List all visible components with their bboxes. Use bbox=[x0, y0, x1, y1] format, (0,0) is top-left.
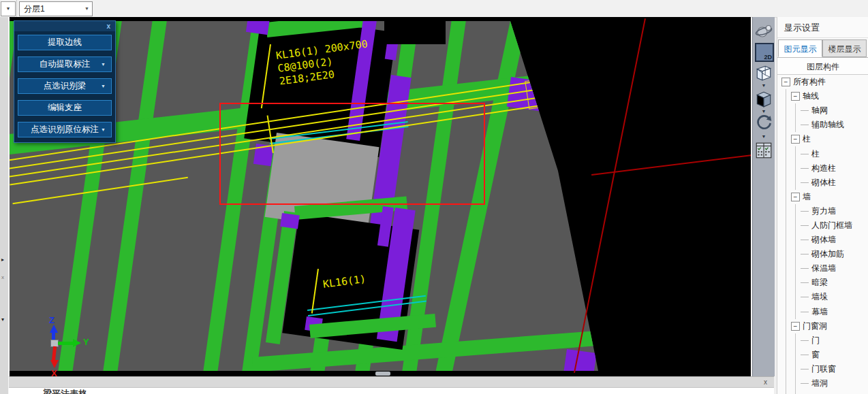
dropdown-caret-icon[interactable]: ▼ bbox=[101, 62, 106, 67]
tree-item-label: 柱 bbox=[803, 133, 811, 145]
tree-branch-line bbox=[801, 154, 809, 154]
panel-header[interactable]: x bbox=[9, 376, 774, 388]
tree-branch-line bbox=[801, 282, 809, 283]
tab-floor-display[interactable]: 楼层显示 bbox=[822, 39, 867, 57]
tree-row[interactable]: 砌体墙 bbox=[777, 233, 868, 247]
tree-row[interactable]: 门联窗 bbox=[777, 362, 868, 376]
view-tool-strip: 2D ▼ ▼ ▼ bbox=[752, 17, 775, 376]
tree-row[interactable]: 轴网 bbox=[777, 103, 868, 118]
panel-titlebar[interactable]: x bbox=[14, 21, 115, 31]
tree-guide-line bbox=[781, 176, 791, 190]
tree-branch-line bbox=[801, 254, 809, 255]
layer-selector-value: 分层1 bbox=[24, 3, 45, 15]
tree-guide-line bbox=[781, 103, 791, 118]
tree-branch-line bbox=[801, 297, 809, 297]
chevron-down-icon[interactable]: ▼ bbox=[753, 109, 775, 114]
orbit-view-icon[interactable] bbox=[755, 23, 773, 44]
collapse-toggle[interactable]: − bbox=[781, 78, 790, 86]
left-collapsed-panel-strip[interactable]: ▸ x ▾ bbox=[0, 17, 9, 394]
axis-triad: Z Y X bbox=[30, 315, 105, 376]
view-2d-icon[interactable]: 2D bbox=[755, 43, 773, 62]
tree-guide-line bbox=[781, 89, 791, 103]
tree-item-label: 墙洞 bbox=[811, 378, 828, 389]
panel-button[interactable]: 编辑支座 bbox=[18, 100, 112, 116]
tree-row[interactable]: 窗 bbox=[777, 348, 868, 362]
tree-item-label: 柱 bbox=[811, 148, 820, 160]
rotate-view-icon[interactable] bbox=[755, 114, 773, 135]
tree-row[interactable]: 墙洞 bbox=[777, 376, 868, 391]
tree-guide-line bbox=[781, 305, 791, 319]
panel-button-label: 点选识别原位标注 bbox=[31, 124, 99, 135]
tree-row[interactable]: −墙 bbox=[777, 190, 868, 204]
beam-identify-tool-panel: x 提取边线自动提取标注▼点选识别梁▼编辑支座点选识别原位标注▼ bbox=[14, 20, 116, 143]
collapse-toggle[interactable]: − bbox=[791, 322, 800, 331]
collapse-toggle[interactable]: − bbox=[791, 92, 800, 101]
tree-branch-line bbox=[801, 369, 809, 370]
tree-row[interactable]: 人防门框墙 bbox=[777, 218, 868, 233]
tree-item-label: 保温墙 bbox=[811, 263, 836, 274]
panel-button[interactable]: 自动提取标注▼ bbox=[18, 56, 112, 72]
tree-guide-line bbox=[781, 190, 791, 204]
dropdown-caret-icon[interactable]: ▼ bbox=[101, 84, 106, 88]
collapse-toggle[interactable]: − bbox=[791, 193, 800, 201]
tab-element-display[interactable]: 图元显示 bbox=[778, 39, 822, 57]
tree-row[interactable]: 柱 bbox=[777, 146, 868, 161]
tree-guide-line bbox=[791, 276, 801, 290]
tree-guide-line bbox=[791, 305, 801, 319]
axis-y-arrow bbox=[73, 339, 81, 347]
tree-row[interactable] bbox=[777, 391, 868, 394]
collapse-toggle[interactable]: − bbox=[791, 135, 800, 144]
mini-dropdown[interactable]: ▼ bbox=[1, 1, 16, 16]
tree-row[interactable]: 砌体柱 bbox=[777, 176, 868, 190]
top-toolbar: ▼ 分层1 ▼ bbox=[0, 0, 868, 18]
tree-row[interactable]: 剪力墙 bbox=[777, 204, 868, 218]
toolbar-separator bbox=[16, 0, 17, 17]
tree-row[interactable]: 幕墙 bbox=[777, 305, 868, 319]
expand-arrow-icon[interactable]: ▾ bbox=[1, 316, 4, 323]
tree-row[interactable]: 门 bbox=[777, 333, 868, 348]
panel-button-label: 提取边线 bbox=[48, 37, 82, 48]
chevron-down-icon[interactable]: ▼ bbox=[753, 134, 775, 139]
corner-column bbox=[563, 349, 596, 371]
solid-cube-icon[interactable] bbox=[755, 89, 773, 111]
close-icon[interactable]: x bbox=[764, 378, 767, 387]
tree-item-label: 砌体柱 bbox=[811, 177, 836, 188]
tree-branch-line bbox=[801, 110, 809, 111]
tree-guide-line bbox=[781, 376, 791, 391]
close-icon[interactable]: x bbox=[1, 274, 4, 280]
close-icon[interactable]: x bbox=[106, 22, 110, 31]
tree-guide-line bbox=[781, 391, 791, 394]
dropdown-caret-icon[interactable]: ▼ bbox=[101, 127, 106, 132]
tree-row[interactable]: −轴线 bbox=[777, 89, 868, 103]
tree-row[interactable]: 墙垛 bbox=[777, 290, 868, 304]
model-viewport[interactable]: KL16(1) 200x700 C8@100(2) 2E18;2E20 KL16… bbox=[10, 17, 751, 376]
tree-guide-line bbox=[791, 376, 801, 391]
floor-slab: KL16(1) 200x700 C8@100(2) 2E18;2E20 KL16… bbox=[10, 21, 751, 371]
panel-button[interactable]: 点选识别梁▼ bbox=[18, 78, 112, 94]
panel-button[interactable]: 提取边线 bbox=[18, 35, 112, 50]
layer-selector[interactable]: 分层1 ▼ bbox=[19, 1, 93, 16]
tree-item-label: 构造柱 bbox=[811, 163, 836, 174]
tree-item-label: 剪力墙 bbox=[811, 206, 836, 217]
tree-branch-line bbox=[801, 268, 809, 269]
axis-x-label: X bbox=[51, 368, 57, 376]
axis-z-label: Z bbox=[49, 315, 55, 325]
wireframe-cube-icon[interactable] bbox=[755, 63, 773, 85]
tree-row[interactable]: −门窗洞 bbox=[777, 319, 868, 333]
tree-row[interactable]: 砌体加筋 bbox=[777, 247, 868, 261]
chevron-down-icon: ▼ bbox=[84, 6, 89, 11]
tree-guide-line bbox=[781, 118, 791, 132]
view-table-icon[interactable] bbox=[755, 141, 773, 163]
tree-guide-line bbox=[791, 362, 801, 376]
expand-arrow-icon[interactable]: ▸ bbox=[1, 257, 4, 263]
chevron-down-icon[interactable]: ▼ bbox=[753, 83, 775, 88]
tree-row[interactable]: 保温墙 bbox=[777, 261, 868, 276]
panel-button[interactable]: 点选识别原位标注▼ bbox=[18, 122, 112, 137]
tree-row[interactable]: 辅助轴线 bbox=[777, 118, 868, 132]
tree-branch-line bbox=[801, 355, 809, 355]
tree-row[interactable]: −柱 bbox=[777, 132, 868, 146]
tree-row[interactable]: 暗梁 bbox=[777, 276, 868, 290]
canvas-scroll-handle[interactable] bbox=[375, 372, 390, 376]
tree-row[interactable]: −所有构件 bbox=[777, 75, 868, 89]
tree-row[interactable]: 构造柱 bbox=[777, 161, 868, 176]
